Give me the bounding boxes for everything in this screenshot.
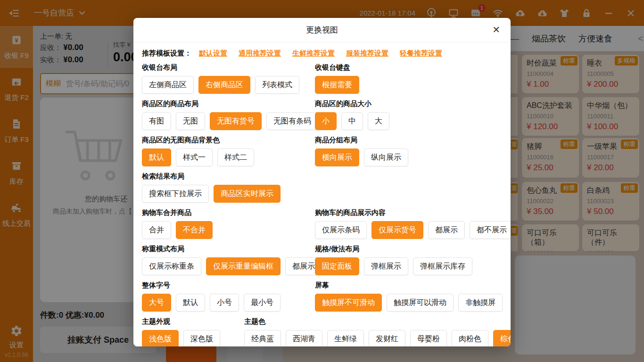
modal-option-row: 主题外观浅色版深色版主题色经典蓝西湖青生鲜绿发财红母婴粉肉粉色棕色 — [142, 316, 502, 346]
template-links: 默认设置通用推荐设置生鲜推荐设置服装推荐设置轻餐推荐设置 — [199, 49, 454, 58]
modal-group-label: 主题外观 — [142, 317, 244, 326]
modal-option-button[interactable]: 右侧商品区 — [198, 76, 250, 94]
modal-option-button[interactable]: 固定面板 — [315, 257, 359, 275]
modal-option-button[interactable]: 无图 — [176, 112, 205, 130]
modal-option-button[interactable]: 弹框展示 — [364, 257, 408, 275]
change-view-modal: 更换视图 ✕ 推荐模板设置： 默认设置通用推荐设置生鲜推荐设置服装推荐设置轻餐推… — [133, 18, 511, 346]
modal-option-button[interactable]: 大 — [368, 112, 389, 130]
pos-app: 一号自营店 2022-01-18 17:04 1 ¥收银 F9退货 F2订单 F… — [0, 0, 644, 362]
modal-option-button[interactable]: 列表模式 — [255, 76, 299, 94]
modal-group-label: 屏幕 — [315, 281, 503, 290]
modal-option-button[interactable]: 都不展示 — [470, 221, 511, 239]
template-settings-label: 推荐模板设置： — [142, 49, 191, 58]
template-link[interactable]: 服装推荐设置 — [346, 49, 388, 57]
modal-option-group: 购物车合并商品合并不合并 — [142, 207, 315, 239]
modal-option-button[interactable]: 都展示 — [428, 221, 465, 239]
modal-option-row: 整体字号大号默认小号最小号屏幕触摸屏不可滑动触摸屏可以滑动非触摸屏 — [142, 280, 502, 316]
modal-option-button[interactable]: 默认 — [142, 148, 171, 166]
modal-option-button[interactable]: 左侧商品区 — [142, 76, 194, 94]
modal-option-button[interactable]: 触摸屏不可滑动 — [315, 294, 382, 312]
modal-option-button[interactable]: 母婴粉 — [410, 330, 447, 346]
modal-group-label: 规格/做法布局 — [315, 245, 472, 254]
modal-group-label: 商品区的无图商品背景色 — [142, 136, 315, 145]
modal-group-label: 称重模式布局 — [142, 245, 315, 254]
modal-group-label: 整体字号 — [142, 281, 315, 290]
modal-option-button[interactable]: 无图有货号 — [210, 112, 262, 130]
modal-option-button[interactable]: 根据需要 — [315, 76, 359, 94]
modal-option-button[interactable]: 仅展示条码 — [315, 221, 367, 239]
template-link[interactable]: 轻餐推荐设置 — [400, 49, 442, 57]
modal-option-button[interactable]: 合并 — [142, 221, 171, 239]
modal-option-button[interactable]: 不合并 — [176, 221, 213, 239]
modal-option-button[interactable]: 浅色版 — [142, 330, 179, 346]
modal-option-button[interactable]: 商品区实时展示 — [214, 185, 281, 203]
modal-option-group: 收银台布局左侧商品区右侧商品区列表模式 — [142, 62, 315, 94]
modal-option-group: 商品区的无图商品背景色默认样式一样式二 — [142, 134, 315, 166]
modal-option-button[interactable]: 无图有条码 — [266, 112, 318, 130]
modal-option-button[interactable]: 西湖青 — [286, 330, 322, 346]
modal-option-group: 规格/做法布局固定面板弹框展示弹框展示库存 — [315, 243, 472, 275]
modal-option-rows: 收银台布局左侧商品区右侧商品区列表模式收银台键盘根据需要商品区的商品布局有图无图… — [142, 62, 502, 346]
modal-option-button[interactable]: 小 — [315, 112, 337, 130]
modal-option-button[interactable]: 经典蓝 — [244, 330, 281, 346]
template-link[interactable]: 生鲜推荐设置 — [292, 49, 335, 57]
modal-group-label: 主题色 — [244, 317, 511, 326]
modal-option-row: 称重模式布局仅展示称重条仅展示重量编辑框都展示规格/做法布局固定面板弹框展示弹框… — [142, 243, 502, 280]
template-settings-row: 推荐模板设置： 默认设置通用推荐设置生鲜推荐设置服装推荐设置轻餐推荐设置 — [142, 49, 502, 58]
modal-option-button[interactable]: 默认 — [176, 294, 205, 312]
modal-group-label: 收银台键盘 — [315, 63, 359, 72]
modal-option-button[interactable]: 最小号 — [244, 294, 281, 312]
modal-option-row: 检索结果布局搜索框下拉展示商品区实时展示 — [142, 171, 502, 207]
modal-option-button[interactable]: 有图 — [142, 112, 171, 130]
modal-group-label: 商品区的商品布局 — [142, 99, 315, 108]
modal-group-label: 检索结果布局 — [142, 172, 315, 181]
modal-option-button[interactable]: 棕色 — [493, 330, 511, 346]
modal-option-group: 商品区的商品大小小中大 — [315, 98, 389, 130]
modal-option-button[interactable]: 生鲜绿 — [327, 330, 364, 346]
modal-option-group: 检索结果布局搜索框下拉展示商品区实时展示 — [142, 171, 315, 203]
modal-option-button[interactable]: 样式一 — [176, 148, 213, 166]
modal-option-button[interactable]: 肉粉色 — [452, 330, 488, 346]
modal-group-label: 购物车合并商品 — [142, 208, 315, 217]
modal-header: 更换视图 ✕ — [133, 18, 511, 42]
modal-option-group: 商品分组布局横向展示纵向展示 — [315, 134, 408, 166]
modal-group-label: 商品区的商品大小 — [315, 99, 389, 108]
modal-option-button[interactable]: 仅展示货号 — [372, 221, 423, 239]
modal-option-group: 主题外观浅色版深色版 — [142, 316, 244, 346]
modal-option-button[interactable]: 触摸屏可以滑动 — [387, 294, 454, 312]
modal-option-button[interactable]: 发财红 — [369, 330, 405, 346]
close-icon[interactable]: ✕ — [492, 24, 500, 35]
modal-option-row: 商品区的商品布局有图无图无图有货号无图有条码商品区的商品大小小中大 — [142, 98, 502, 134]
modal-option-row: 收银台布局左侧商品区右侧商品区列表模式收银台键盘根据需要 — [142, 62, 502, 98]
modal-group-label: 收银台布局 — [142, 63, 315, 72]
modal-option-group: 购物车的商品展示内容仅展示条码仅展示货号都展示都不展示 — [315, 207, 511, 239]
template-link[interactable]: 默认设置 — [199, 49, 227, 57]
modal-title: 更换视图 — [306, 25, 338, 35]
modal-option-group: 商品区的商品布局有图无图无图有货号无图有条码 — [142, 98, 315, 130]
modal-option-button[interactable]: 搜索框下拉展示 — [142, 185, 209, 203]
modal-option-button[interactable]: 小号 — [210, 294, 239, 312]
modal-option-button[interactable]: 样式二 — [217, 148, 254, 166]
modal-option-button[interactable]: 仅展示称重条 — [142, 257, 201, 275]
modal-option-group: 整体字号大号默认小号最小号 — [142, 280, 315, 312]
modal-option-row: 商品区的无图商品背景色默认样式一样式二商品分组布局横向展示纵向展示 — [142, 134, 502, 171]
modal-option-button[interactable]: 中 — [341, 112, 363, 130]
modal-body: 推荐模板设置： 默认设置通用推荐设置生鲜推荐设置服装推荐设置轻餐推荐设置 收银台… — [133, 42, 511, 346]
modal-option-row: 购物车合并商品合并不合并购物车的商品展示内容仅展示条码仅展示货号都展示都不展示 — [142, 207, 502, 243]
modal-option-button[interactable]: 横向展示 — [315, 148, 359, 166]
template-link[interactable]: 通用推荐设置 — [239, 49, 281, 57]
modal-option-button[interactable]: 纵向展示 — [364, 148, 408, 166]
modal-option-group: 称重模式布局仅展示称重条仅展示重量编辑框都展示 — [142, 243, 315, 275]
modal-group-label: 购物车的商品展示内容 — [315, 208, 511, 217]
modal-option-button[interactable]: 深色版 — [183, 330, 220, 346]
modal-option-button[interactable]: 大号 — [142, 294, 171, 312]
modal-option-button[interactable]: 仅展示重量编辑框 — [206, 257, 281, 275]
modal-option-group: 主题色经典蓝西湖青生鲜绿发财红母婴粉肉粉色棕色 — [244, 316, 511, 346]
modal-option-button[interactable]: 弹框展示库存 — [413, 257, 472, 275]
modal-option-group: 屏幕触摸屏不可滑动触摸屏可以滑动非触摸屏 — [315, 280, 503, 312]
modal-group-label: 商品分组布局 — [315, 136, 408, 145]
modal-option-button[interactable]: 非触摸屏 — [458, 294, 503, 312]
modal-option-group: 收银台键盘根据需要 — [315, 62, 359, 94]
